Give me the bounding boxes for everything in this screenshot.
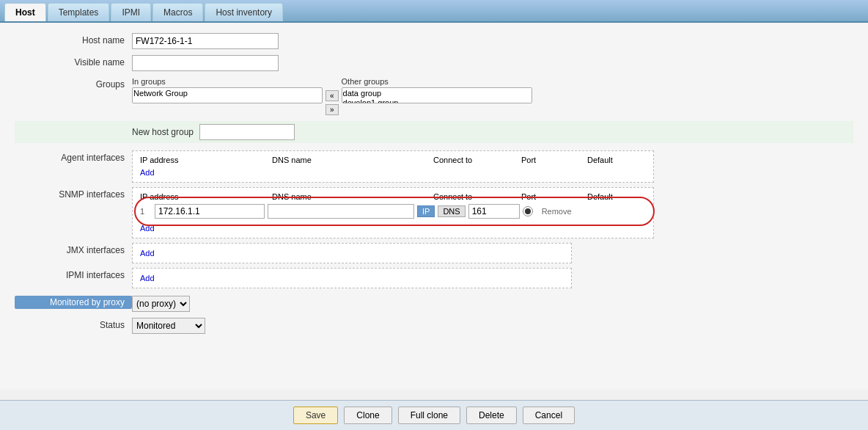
ipmi-interfaces-row: IPMI interfaces Add bbox=[15, 268, 853, 288]
groups-section: In groups Network Group « » Other groups… bbox=[132, 77, 532, 115]
snmp-remove-link[interactable]: Remove bbox=[542, 207, 572, 216]
tab-ipmi[interactable]: IPMI bbox=[111, 3, 151, 21]
tab-bar: Host Templates IPMI Macros Host inventor… bbox=[0, 0, 868, 23]
snmp-ip-input[interactable] bbox=[155, 204, 265, 219]
jmx-interfaces-label: JMX interfaces bbox=[15, 243, 132, 255]
in-groups-label: In groups bbox=[132, 77, 323, 86]
proxy-select[interactable]: (no proxy) bbox=[132, 296, 190, 312]
main-content: Host name Visible name Groups In groups … bbox=[0, 23, 868, 390]
host-name-row: Host name bbox=[15, 33, 853, 49]
host-name-label: Host name bbox=[15, 33, 132, 45]
agent-interfaces-section: IP address DNS name Connect to Port Defa… bbox=[132, 150, 654, 183]
visible-name-input[interactable] bbox=[132, 55, 279, 71]
agent-interfaces-label: Agent interfaces bbox=[15, 150, 132, 163]
jmx-interfaces-section: Add bbox=[132, 243, 572, 263]
arrow-buttons: « » bbox=[323, 90, 342, 115]
snmp-interface-entry: 1 IP DNS Remove bbox=[140, 204, 646, 219]
snmp-add-link[interactable]: Add bbox=[140, 224, 155, 233]
agent-add-link[interactable]: Add bbox=[140, 168, 155, 177]
snmp-interfaces-section: IP address DNS name Connect to Port Defa… bbox=[132, 187, 654, 238]
ipmi-interfaces-section: Add bbox=[132, 268, 572, 288]
snmp-col-port-label: Port bbox=[521, 192, 587, 201]
snmp-col-ip-label: IP address bbox=[140, 192, 272, 201]
move-right-button[interactable]: » bbox=[326, 104, 339, 115]
col-ip-label: IP address bbox=[140, 156, 272, 164]
snmp-interfaces-header: IP address DNS name Connect to Port Defa… bbox=[140, 192, 646, 201]
snmp-interfaces-row: SNMP interfaces IP address DNS name Conn… bbox=[15, 187, 853, 238]
tab-macros[interactable]: Macros bbox=[152, 3, 203, 21]
new-host-group-label: New host group bbox=[132, 127, 194, 137]
visible-name-row: Visible name bbox=[15, 55, 853, 71]
other-groups-select[interactable]: data group develop1 group develop2 group… bbox=[342, 87, 532, 103]
visible-name-label: Visible name bbox=[15, 55, 132, 68]
snmp-dns-button[interactable]: DNS bbox=[438, 205, 465, 217]
move-left-button[interactable]: « bbox=[326, 90, 339, 101]
monitored-by-proxy-label: Monitored by proxy bbox=[15, 296, 132, 309]
col-dns-label: DNS name bbox=[272, 156, 433, 164]
tab-host-inventory[interactable]: Host inventory bbox=[205, 3, 283, 21]
new-host-group-input[interactable] bbox=[199, 124, 295, 140]
tab-templates[interactable]: Templates bbox=[48, 3, 110, 21]
tab-host[interactable]: Host bbox=[4, 3, 46, 21]
snmp-dns-input[interactable] bbox=[268, 204, 414, 219]
groups-label: Groups bbox=[15, 77, 132, 90]
ipmi-add-link[interactable]: Add bbox=[140, 274, 155, 283]
status-select-wrap: Monitored Not monitored bbox=[132, 318, 205, 334]
status-select[interactable]: Monitored Not monitored bbox=[132, 318, 205, 334]
snmp-col-default-label: Default bbox=[587, 192, 646, 201]
groups-row: Groups In groups Network Group « » Other… bbox=[15, 77, 853, 115]
status-row: Status Monitored Not monitored bbox=[15, 318, 853, 334]
in-groups-select[interactable]: Network Group bbox=[132, 87, 323, 103]
snmp-ip-button[interactable]: IP bbox=[417, 205, 435, 217]
snmp-interfaces-label: SNMP interfaces bbox=[15, 187, 132, 200]
status-label: Status bbox=[15, 318, 132, 330]
in-groups-wrap: In groups Network Group bbox=[132, 77, 323, 103]
col-connect-label: Connect to bbox=[433, 156, 521, 164]
snmp-col-dns-label: DNS name bbox=[272, 192, 433, 201]
host-name-input[interactable] bbox=[132, 33, 279, 49]
col-default-label: Default bbox=[587, 156, 646, 164]
proxy-row: Monitored by proxy (no proxy) bbox=[15, 296, 853, 312]
agent-interfaces-row: Agent interfaces IP address DNS name Con… bbox=[15, 150, 853, 183]
other-groups-wrap: Other groups data group develop1 group d… bbox=[342, 77, 532, 103]
jmx-interfaces-row: JMX interfaces Add bbox=[15, 243, 853, 263]
proxy-select-wrap: (no proxy) bbox=[132, 296, 190, 312]
jmx-add-link[interactable]: Add bbox=[140, 249, 155, 258]
ipmi-interfaces-label: IPMI interfaces bbox=[15, 268, 132, 280]
new-host-group-row: New host group bbox=[15, 121, 853, 143]
other-groups-label: Other groups bbox=[342, 77, 532, 86]
col-port-label: Port bbox=[521, 156, 587, 164]
snmp-default-radio[interactable] bbox=[523, 206, 533, 216]
snmp-port-input[interactable] bbox=[468, 204, 520, 219]
agent-interfaces-header: IP address DNS name Connect to Port Defa… bbox=[140, 156, 646, 164]
snmp-col-connect-label: Connect to bbox=[433, 192, 521, 201]
snmp-row-number: 1 bbox=[140, 207, 152, 216]
